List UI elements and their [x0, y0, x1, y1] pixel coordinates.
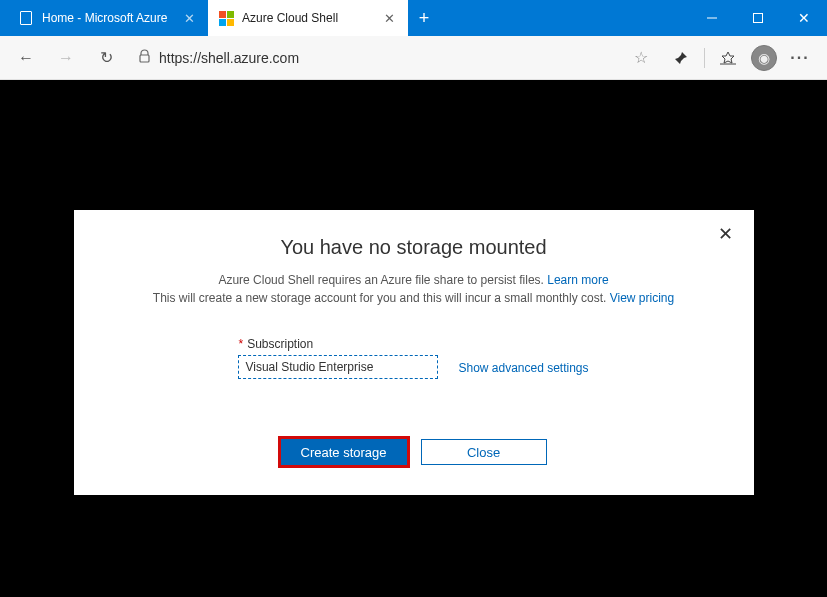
- window-controls: ✕: [689, 0, 827, 36]
- separator: [704, 48, 705, 68]
- modal-close-button[interactable]: ✕: [716, 224, 736, 244]
- back-button[interactable]: ←: [10, 42, 42, 74]
- subscription-field: *Subscription Visual Studio Enterprise: [238, 337, 438, 379]
- more-menu-button[interactable]: ···: [783, 42, 817, 74]
- page-icon: [18, 10, 34, 26]
- url-field[interactable]: https://shell.azure.com ☆: [130, 42, 656, 74]
- close-button[interactable]: Close: [421, 439, 547, 465]
- tab-cloud-shell[interactable]: Azure Cloud Shell ✕: [208, 0, 408, 36]
- tab-strip: Home - Microsoft Azure ✕ Azure Cloud She…: [0, 0, 440, 36]
- subscription-label: *Subscription: [238, 337, 438, 351]
- address-bar: ← → ↻ https://shell.azure.com ☆ ◉ ···: [0, 36, 827, 80]
- tab-label: Azure Cloud Shell: [242, 11, 374, 25]
- page-content: ✕ You have no storage mounted Azure Clou…: [0, 80, 827, 597]
- tab-label: Home - Microsoft Azure: [42, 11, 174, 25]
- svg-rect-2: [140, 55, 149, 62]
- profile-avatar[interactable]: ◉: [747, 42, 781, 74]
- star-icon[interactable]: ☆: [634, 48, 648, 67]
- pin-icon[interactable]: [664, 42, 698, 74]
- close-icon[interactable]: ✕: [380, 9, 398, 27]
- tab-home-azure[interactable]: Home - Microsoft Azure ✕: [8, 0, 208, 36]
- learn-more-link[interactable]: Learn more: [547, 273, 608, 287]
- storage-modal: ✕ You have no storage mounted Azure Clou…: [74, 210, 754, 495]
- create-storage-button[interactable]: Create storage: [281, 439, 407, 465]
- toolbar-right: ◉ ···: [664, 42, 817, 74]
- favorites-icon[interactable]: [711, 42, 745, 74]
- microsoft-logo-icon: [218, 10, 234, 26]
- minimize-button[interactable]: [689, 0, 735, 36]
- modal-buttons: Create storage Close: [114, 439, 714, 465]
- desc-line2: This will create a new storage account f…: [153, 291, 610, 305]
- modal-title: You have no storage mounted: [114, 236, 714, 259]
- forward-button[interactable]: →: [50, 42, 82, 74]
- subscription-select[interactable]: Visual Studio Enterprise: [238, 355, 438, 379]
- url-text: https://shell.azure.com: [159, 50, 626, 66]
- subscription-row: *Subscription Visual Studio Enterprise S…: [114, 337, 714, 379]
- advanced-settings-link[interactable]: Show advanced settings: [458, 361, 588, 379]
- maximize-button[interactable]: [735, 0, 781, 36]
- modal-description: Azure Cloud Shell requires an Azure file…: [114, 271, 714, 307]
- window-close-button[interactable]: ✕: [781, 0, 827, 36]
- view-pricing-link[interactable]: View pricing: [610, 291, 674, 305]
- close-icon[interactable]: ✕: [180, 9, 198, 27]
- svg-rect-1: [754, 14, 763, 23]
- lock-icon: [138, 49, 151, 66]
- window-titlebar: Home - Microsoft Azure ✕ Azure Cloud She…: [0, 0, 827, 36]
- desc-line1: Azure Cloud Shell requires an Azure file…: [218, 273, 547, 287]
- new-tab-button[interactable]: +: [408, 0, 440, 36]
- refresh-button[interactable]: ↻: [90, 42, 122, 74]
